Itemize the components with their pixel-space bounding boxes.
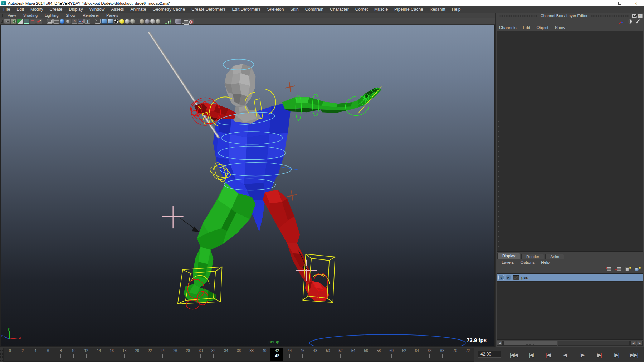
frame-54[interactable]: 54 — [347, 348, 360, 361]
frame-62[interactable]: 62 — [398, 348, 411, 361]
layer-editor-menu-layers[interactable]: Layers — [498, 260, 517, 264]
scrollbar-thumb[interactable] — [503, 341, 557, 346]
tab-display[interactable]: Display — [497, 253, 520, 259]
close-button[interactable]: × — [628, 0, 644, 6]
menu-assets[interactable]: Assets — [108, 6, 127, 13]
step-forward-one-key-button[interactable]: ▶| — [610, 350, 624, 360]
film-gate-icon[interactable] — [47, 19, 53, 24]
layer-editor-menu-help[interactable]: Help — [538, 260, 553, 264]
current-time-field[interactable] — [478, 351, 501, 358]
frame-36[interactable]: 36 — [233, 348, 245, 361]
frame-2[interactable]: 2 — [16, 348, 29, 361]
frame-26[interactable]: 26 — [169, 348, 182, 361]
frame-40[interactable]: 40 — [258, 348, 271, 361]
viewport-canvas[interactable]: persp y x z 73.9 fps — [0, 25, 495, 347]
create-layer-from-selected-icon[interactable] — [634, 267, 641, 272]
safe-title-icon[interactable] — [84, 19, 90, 24]
play-backwards-button[interactable]: ◀ — [558, 350, 572, 360]
panel-menu-panels[interactable]: Panels — [103, 13, 122, 19]
channel-box-menu-channels[interactable]: Channels — [499, 25, 520, 30]
frame-22[interactable]: 22 — [143, 348, 156, 361]
frame-44[interactable]: 44 — [283, 348, 296, 361]
isolate-select-icon[interactable] — [165, 19, 171, 24]
time-slider[interactable]: 0246810121416182022242628303234363840424… — [3, 348, 474, 362]
menu-window[interactable]: Window — [86, 6, 108, 13]
scroll-right-icon[interactable]: ▶ — [637, 341, 643, 346]
menu-pipeline-cache[interactable]: Pipeline Cache — [391, 6, 426, 13]
channel-box-content[interactable] — [497, 31, 643, 252]
frame-16[interactable]: 16 — [105, 348, 118, 361]
pan-zoom-icon[interactable] — [30, 19, 36, 24]
safe-action-icon[interactable] — [72, 19, 77, 24]
layer-row-geo[interactable]: VRgeo — [497, 274, 643, 282]
layer-color-swatch[interactable] — [513, 275, 519, 280]
panel-menu-view[interactable]: View — [4, 13, 20, 19]
move-layer-down-icon[interactable] — [615, 267, 622, 272]
dots-display-icon[interactable] — [78, 19, 84, 24]
menu-muscle[interactable]: Muscle — [371, 6, 391, 13]
frame-6[interactable]: 6 — [42, 348, 55, 361]
frame-46[interactable]: 46 — [296, 348, 309, 361]
toggle-display-icon[interactable] — [627, 19, 632, 24]
menu-create[interactable]: Create — [46, 6, 65, 13]
frame-42[interactable]: 4242 — [270, 348, 283, 361]
frame-48[interactable]: 48 — [309, 348, 322, 361]
ground-control-circle[interactable] — [309, 334, 465, 346]
menu-edit-deformers[interactable]: Edit Deformers — [229, 6, 264, 13]
use-all-lights-icon[interactable] — [114, 19, 119, 24]
layer-renderable-toggle[interactable]: R — [506, 275, 511, 280]
frame-58[interactable]: 58 — [372, 348, 385, 361]
menu-redshift[interactable]: Redshift — [426, 6, 449, 13]
motion-blur-icon[interactable] — [140, 19, 144, 24]
move-layer-up-icon[interactable] — [605, 267, 612, 272]
frame-70[interactable]: 70 — [449, 348, 462, 361]
wireframe-cube-icon[interactable] — [95, 19, 101, 24]
frame-30[interactable]: 30 — [194, 348, 207, 361]
menu-file[interactable]: File — [0, 6, 13, 13]
textured-cube-icon[interactable] — [108, 19, 113, 24]
scrollbar-track[interactable] — [558, 341, 630, 346]
menu-edit[interactable]: Edit — [13, 6, 27, 13]
frame-0[interactable]: 0 — [4, 348, 16, 361]
frame-18[interactable]: 18 — [118, 348, 131, 361]
default-light-icon[interactable] — [119, 19, 124, 24]
frame-10[interactable]: 10 — [67, 348, 80, 361]
menu-constrain[interactable]: Constrain — [302, 6, 327, 13]
panel-grip[interactable] — [1, 14, 3, 17]
panel-menu-show[interactable]: Show — [62, 13, 79, 19]
panel-drag-handle[interactable] — [499, 15, 538, 17]
menu-skeleton[interactable]: Skeleton — [264, 6, 287, 13]
xray-joints-icon[interactable] — [182, 19, 187, 24]
menu-geometry-cache[interactable]: Geometry Cache — [150, 6, 189, 13]
camera-attributes-icon[interactable] — [11, 19, 16, 24]
layer-editor-menu-options[interactable]: Options — [517, 260, 538, 264]
field-chart-icon[interactable] — [65, 19, 71, 24]
image-plane-icon[interactable] — [24, 19, 29, 24]
gate-mask-icon[interactable] — [60, 19, 64, 24]
frame-20[interactable]: 20 — [131, 348, 143, 361]
minimize-button[interactable]: — — [596, 0, 612, 6]
menu-modify[interactable]: Modify — [27, 6, 46, 13]
resolution-gate-icon[interactable] — [53, 19, 59, 24]
step-back-one-key-button[interactable]: |◀ — [524, 350, 538, 360]
restore-button[interactable] — [612, 0, 628, 6]
depth-of-field-icon[interactable] — [150, 19, 155, 24]
menu-create-deformers[interactable]: Create Deformers — [188, 6, 229, 13]
scroll-left-icon[interactable]: ◀ — [497, 341, 503, 346]
frame-4[interactable]: 4 — [29, 348, 42, 361]
character-mesh[interactable] — [149, 33, 382, 302]
panel-menu-lighting[interactable]: Lighting — [41, 13, 62, 19]
bookmark-icon[interactable] — [17, 19, 23, 24]
play-forwards-button[interactable]: ▶ — [575, 350, 590, 360]
frame-8[interactable]: 8 — [54, 348, 67, 361]
grease-pencil-icon[interactable] — [36, 19, 42, 24]
frame-60[interactable]: 60 — [385, 348, 398, 361]
frame-12[interactable]: 12 — [80, 348, 93, 361]
frame-28[interactable]: 28 — [182, 348, 195, 361]
toolbar-grip[interactable] — [1, 20, 3, 23]
menu-animate[interactable]: Animate — [127, 6, 149, 13]
menu-help[interactable]: Help — [449, 6, 464, 13]
go-to-playback-end-button[interactable]: ▶▶| — [627, 350, 641, 360]
menu-display[interactable]: Display — [65, 6, 86, 13]
frame-52[interactable]: 52 — [334, 348, 347, 361]
